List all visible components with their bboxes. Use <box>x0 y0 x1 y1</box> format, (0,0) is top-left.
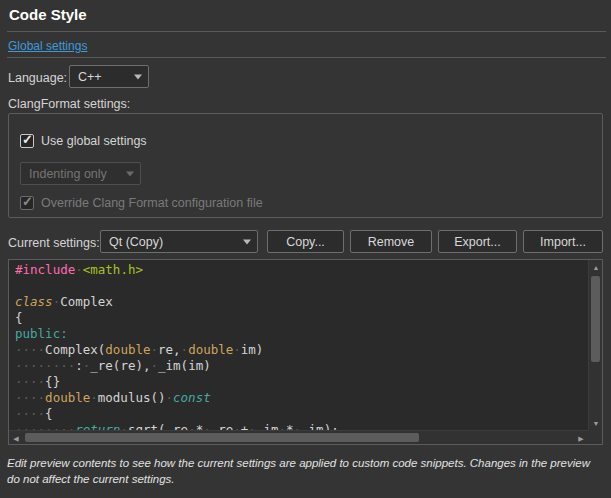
code-lines[interactable]: #include·<math.h> class·Complex{public:·… <box>15 262 586 430</box>
scroll-right-icon[interactable]: ▶ <box>574 431 588 445</box>
code-line: ········return·sqrt(_re·*·_re·+·_im·*·_i… <box>15 422 586 430</box>
checkbox-icon <box>20 196 34 210</box>
export-button[interactable]: Export... <box>438 230 517 253</box>
clangformat-groupbox: Use global settings Indenting only Overr… <box>8 113 603 218</box>
horizontal-scrollbar-thumb[interactable] <box>25 433 419 442</box>
clangformat-settings-label: ClangFormat settings: <box>8 97 130 111</box>
indenting-mode-combo: Indenting only <box>20 162 141 185</box>
scroll-up-icon[interactable]: ▲ <box>589 260 603 274</box>
code-preview-editor[interactable]: #include·<math.h> class·Complex{public:·… <box>8 259 603 445</box>
override-clang-format-label: Override Clang Format configuration file <box>41 196 263 210</box>
language-combo[interactable]: C++ <box>69 65 149 88</box>
vertical-scrollbar-thumb[interactable] <box>591 276 600 362</box>
chevron-down-icon <box>126 171 134 176</box>
current-settings-combo-value: Qt (Copy) <box>109 235 163 249</box>
code-line: { <box>15 310 586 326</box>
code-style-settings-page: Code Style Global settings Language: C++… <box>0 0 611 498</box>
code-line <box>15 278 586 294</box>
remove-button[interactable]: Remove <box>350 230 432 253</box>
vertical-scrollbar[interactable]: ▲ ▼ <box>588 260 602 430</box>
import-button[interactable]: Import... <box>523 230 603 253</box>
code-line: #include·<math.h> <box>15 262 586 278</box>
scroll-left-icon[interactable]: ◀ <box>9 431 23 445</box>
checkbox-icon <box>20 134 34 148</box>
horizontal-scrollbar[interactable]: ◀ ▶ <box>9 430 588 444</box>
current-settings-label: Current settings: <box>8 236 100 250</box>
use-global-settings-label: Use global settings <box>41 134 147 148</box>
language-label: Language: <box>8 71 67 85</box>
code-line: class·Complex <box>15 294 586 310</box>
link-divider <box>7 57 606 58</box>
code-line: ········:·_re(re),·_im(im) <box>15 358 586 374</box>
code-line: ····{ <box>15 406 586 422</box>
code-line: ····double·modulus()·const <box>15 390 586 406</box>
chevron-down-icon <box>243 239 251 244</box>
code-line: public: <box>15 326 586 342</box>
code-line: ····Complex(double·re,·double·im) <box>15 342 586 358</box>
footer-note: Edit preview contents to see how the cur… <box>7 455 605 487</box>
scrollbar-corner <box>588 430 602 444</box>
current-settings-combo[interactable]: Qt (Copy) <box>100 230 258 253</box>
title-divider <box>7 31 606 32</box>
language-combo-value: C++ <box>78 70 102 84</box>
code-line: ····{} <box>15 374 586 390</box>
indenting-mode-combo-value: Indenting only <box>29 167 107 181</box>
page-title: Code Style <box>9 6 87 23</box>
global-settings-link[interactable]: Global settings <box>8 39 87 53</box>
override-clang-format-checkbox: Override Clang Format configuration file <box>20 196 263 210</box>
copy-button[interactable]: Copy... <box>267 230 344 253</box>
scroll-down-icon[interactable]: ▼ <box>589 416 603 430</box>
use-global-settings-checkbox[interactable]: Use global settings <box>20 134 147 148</box>
chevron-down-icon <box>134 74 142 79</box>
